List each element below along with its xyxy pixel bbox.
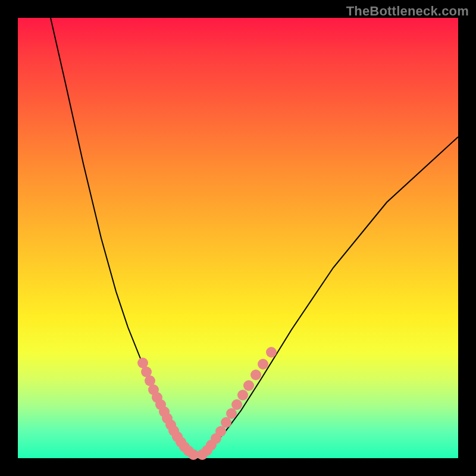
stud-point [221, 417, 231, 428]
left-curve [51, 18, 196, 457]
stud-point [231, 399, 242, 410]
stud-point [215, 426, 226, 437]
stud-point [250, 369, 261, 380]
stud-point [243, 380, 254, 391]
stud-point [266, 347, 277, 358]
stud-point [237, 390, 248, 400]
chart-svg [18, 18, 458, 458]
watermark-text: TheBottleneck.com [346, 4, 469, 19]
plot-area [18, 18, 458, 458]
stud-point [226, 408, 237, 419]
data-studs [137, 347, 277, 460]
chart-frame: TheBottleneck.com [0, 0, 476, 476]
stud-point [258, 359, 268, 369]
